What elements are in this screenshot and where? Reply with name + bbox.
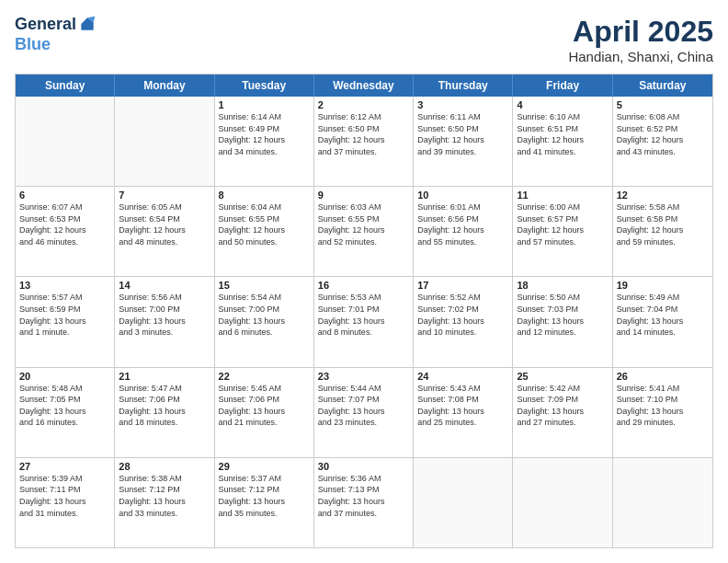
calendar-cell: 4Sunrise: 6:10 AMSunset: 6:51 PMDaylight…	[513, 97, 612, 186]
calendar-cell: 8Sunrise: 6:04 AMSunset: 6:55 PMDaylight…	[215, 187, 314, 276]
calendar-cell: 1Sunrise: 6:14 AMSunset: 6:49 PMDaylight…	[215, 97, 314, 186]
calendar-cell: 24Sunrise: 5:43 AMSunset: 7:08 PMDayligh…	[414, 368, 513, 457]
day-number: 6	[19, 190, 110, 201]
cell-info: Sunrise: 6:11 AMSunset: 6:50 PMDaylight:…	[417, 111, 508, 157]
header-day-thursday: Thursday	[414, 75, 513, 97]
calendar-cell	[613, 458, 712, 547]
calendar-cell: 21Sunrise: 5:47 AMSunset: 7:06 PMDayligh…	[115, 368, 214, 457]
day-number: 11	[517, 190, 608, 201]
calendar-cell: 29Sunrise: 5:37 AMSunset: 7:12 PMDayligh…	[215, 458, 314, 547]
calendar-cell: 25Sunrise: 5:42 AMSunset: 7:09 PMDayligh…	[513, 368, 612, 457]
cell-info: Sunrise: 6:00 AMSunset: 6:57 PMDaylight:…	[517, 201, 608, 247]
cell-info: Sunrise: 5:58 AMSunset: 6:58 PMDaylight:…	[617, 201, 709, 247]
day-number: 27	[19, 461, 110, 472]
day-number: 2	[318, 99, 409, 110]
calendar-body: 1Sunrise: 6:14 AMSunset: 6:49 PMDaylight…	[16, 97, 712, 547]
cell-info: Sunrise: 5:49 AMSunset: 7:04 PMDaylight:…	[617, 292, 709, 338]
calendar-cell: 13Sunrise: 5:57 AMSunset: 6:59 PMDayligh…	[16, 277, 115, 366]
cell-info: Sunrise: 5:37 AMSunset: 7:12 PMDaylight:…	[219, 473, 310, 519]
day-number: 1	[219, 99, 310, 110]
calendar-cell: 6Sunrise: 6:07 AMSunset: 6:53 PMDaylight…	[16, 187, 115, 276]
calendar-cell: 5Sunrise: 6:08 AMSunset: 6:52 PMDaylight…	[613, 97, 712, 186]
cell-info: Sunrise: 5:54 AMSunset: 7:00 PMDaylight:…	[219, 292, 310, 338]
cell-info: Sunrise: 5:56 AMSunset: 7:00 PMDaylight:…	[119, 292, 210, 338]
calendar-cell: 15Sunrise: 5:54 AMSunset: 7:00 PMDayligh…	[215, 277, 314, 366]
logo-blue: Blue	[15, 35, 51, 54]
month-title: April 2025	[568, 15, 713, 49]
cell-info: Sunrise: 5:39 AMSunset: 7:11 PMDaylight:…	[19, 473, 110, 519]
calendar-cell	[513, 458, 612, 547]
cell-info: Sunrise: 5:45 AMSunset: 7:06 PMDaylight:…	[219, 383, 310, 429]
cell-info: Sunrise: 5:47 AMSunset: 7:06 PMDaylight:…	[119, 383, 210, 429]
calendar-row-4: 20Sunrise: 5:48 AMSunset: 7:05 PMDayligh…	[16, 368, 712, 458]
day-number: 30	[318, 461, 409, 472]
cell-info: Sunrise: 5:41 AMSunset: 7:10 PMDaylight:…	[617, 383, 709, 429]
cell-info: Sunrise: 5:48 AMSunset: 7:05 PMDaylight:…	[19, 383, 110, 429]
cell-info: Sunrise: 5:43 AMSunset: 7:08 PMDaylight:…	[417, 383, 508, 429]
day-number: 16	[318, 280, 409, 291]
day-number: 13	[19, 280, 110, 291]
day-number: 10	[417, 190, 508, 201]
day-number: 26	[617, 371, 709, 382]
cell-info: Sunrise: 5:50 AMSunset: 7:03 PMDaylight:…	[517, 292, 608, 338]
day-number: 17	[417, 280, 508, 291]
cell-info: Sunrise: 6:10 AMSunset: 6:51 PMDaylight:…	[517, 111, 608, 157]
calendar-header: SundayMondayTuesdayWednesdayThursdayFrid…	[16, 75, 712, 97]
title-area: April 2025 Handian, Shanxi, China	[568, 15, 713, 64]
calendar-cell: 23Sunrise: 5:44 AMSunset: 7:07 PMDayligh…	[314, 368, 414, 457]
day-number: 9	[318, 190, 409, 201]
day-number: 15	[219, 280, 310, 291]
cell-info: Sunrise: 6:07 AMSunset: 6:53 PMDaylight:…	[19, 201, 110, 247]
day-number: 4	[517, 99, 608, 110]
calendar-cell: 27Sunrise: 5:39 AMSunset: 7:11 PMDayligh…	[16, 458, 115, 547]
header-day-saturday: Saturday	[613, 75, 712, 97]
cell-info: Sunrise: 6:04 AMSunset: 6:55 PMDaylight:…	[219, 201, 310, 247]
day-number: 5	[617, 99, 709, 110]
header-day-sunday: Sunday	[16, 75, 115, 97]
cell-info: Sunrise: 6:01 AMSunset: 6:56 PMDaylight:…	[417, 201, 508, 247]
day-number: 25	[517, 371, 608, 382]
page: General Blue April 2025 Handian, Shanxi,…	[0, 0, 728, 563]
header-day-friday: Friday	[513, 75, 612, 97]
cell-info: Sunrise: 6:05 AMSunset: 6:54 PMDaylight:…	[119, 201, 210, 247]
calendar-cell: 10Sunrise: 6:01 AMSunset: 6:56 PMDayligh…	[414, 187, 513, 276]
cell-info: Sunrise: 5:52 AMSunset: 7:02 PMDaylight:…	[417, 292, 508, 338]
day-number: 18	[517, 280, 608, 291]
calendar-cell: 9Sunrise: 6:03 AMSunset: 6:55 PMDaylight…	[314, 187, 414, 276]
calendar-cell: 22Sunrise: 5:45 AMSunset: 7:06 PMDayligh…	[215, 368, 314, 457]
logo: General Blue	[15, 15, 97, 54]
calendar-row-1: 1Sunrise: 6:14 AMSunset: 6:49 PMDaylight…	[16, 97, 712, 187]
calendar-cell: 14Sunrise: 5:56 AMSunset: 7:00 PMDayligh…	[115, 277, 214, 366]
cell-info: Sunrise: 6:12 AMSunset: 6:50 PMDaylight:…	[318, 111, 409, 157]
cell-info: Sunrise: 5:42 AMSunset: 7:09 PMDaylight:…	[517, 383, 608, 429]
calendar-cell: 28Sunrise: 5:38 AMSunset: 7:12 PMDayligh…	[115, 458, 214, 547]
day-number: 23	[318, 371, 409, 382]
day-number: 14	[119, 280, 210, 291]
day-number: 3	[417, 99, 508, 110]
calendar-cell: 19Sunrise: 5:49 AMSunset: 7:04 PMDayligh…	[613, 277, 712, 366]
cell-info: Sunrise: 5:44 AMSunset: 7:07 PMDaylight:…	[318, 383, 409, 429]
calendar-cell: 12Sunrise: 5:58 AMSunset: 6:58 PMDayligh…	[613, 187, 712, 276]
calendar-row-2: 6Sunrise: 6:07 AMSunset: 6:53 PMDaylight…	[16, 187, 712, 277]
header-day-wednesday: Wednesday	[314, 75, 414, 97]
day-number: 20	[19, 371, 110, 382]
day-number: 8	[219, 190, 310, 201]
calendar-row-3: 13Sunrise: 5:57 AMSunset: 6:59 PMDayligh…	[16, 277, 712, 367]
day-number: 19	[617, 280, 709, 291]
cell-info: Sunrise: 5:53 AMSunset: 7:01 PMDaylight:…	[318, 292, 409, 338]
day-number: 12	[617, 190, 709, 201]
cell-info: Sunrise: 5:36 AMSunset: 7:13 PMDaylight:…	[318, 473, 409, 519]
cell-info: Sunrise: 5:57 AMSunset: 6:59 PMDaylight:…	[19, 292, 110, 338]
calendar-cell: 16Sunrise: 5:53 AMSunset: 7:01 PMDayligh…	[314, 277, 414, 366]
calendar-cell: 2Sunrise: 6:12 AMSunset: 6:50 PMDaylight…	[314, 97, 414, 186]
calendar-cell: 7Sunrise: 6:05 AMSunset: 6:54 PMDaylight…	[115, 187, 214, 276]
logo-icon	[78, 15, 97, 33]
cell-info: Sunrise: 6:03 AMSunset: 6:55 PMDaylight:…	[318, 201, 409, 247]
calendar-cell	[16, 97, 115, 186]
day-number: 21	[119, 371, 210, 382]
calendar-cell: 3Sunrise: 6:11 AMSunset: 6:50 PMDaylight…	[414, 97, 513, 186]
cell-info: Sunrise: 6:08 AMSunset: 6:52 PMDaylight:…	[617, 111, 709, 157]
day-number: 22	[219, 371, 310, 382]
calendar-cell: 11Sunrise: 6:00 AMSunset: 6:57 PMDayligh…	[513, 187, 612, 276]
calendar-cell: 26Sunrise: 5:41 AMSunset: 7:10 PMDayligh…	[613, 368, 712, 457]
